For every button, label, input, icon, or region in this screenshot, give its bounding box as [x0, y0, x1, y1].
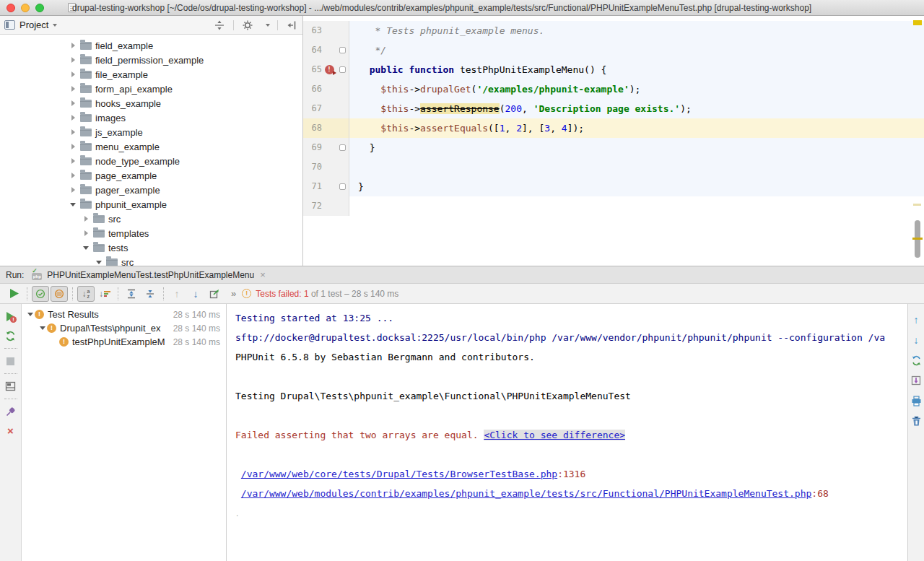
code-line-text[interactable]: $this->assertEquals([1, 2], [3, 4]); — [349, 118, 924, 138]
next-occurrence-button[interactable]: ↓ — [909, 333, 923, 347]
project-panel-title[interactable]: Project — [19, 19, 48, 30]
print-icon[interactable] — [909, 393, 923, 408]
chevron-down-icon[interactable] — [38, 326, 47, 330]
editor-line-68[interactable]: 68 $this->assertEquals([1, 2], [3, 4]); — [303, 118, 924, 138]
chevron-down-icon[interactable] — [82, 246, 90, 250]
test-console-output[interactable]: Testing started at 13:25 ...sftp://docke… — [227, 304, 907, 561]
tree-item-page_example[interactable]: page_example — [0, 168, 302, 183]
chevron-down-icon[interactable] — [266, 24, 270, 27]
chevron-down-icon[interactable] — [53, 24, 57, 27]
tree-item-file_example[interactable]: file_example — [0, 67, 302, 82]
tree-item-tests[interactable]: tests — [0, 240, 302, 255]
chevron-right-icon[interactable] — [82, 216, 90, 222]
chevron-right-icon[interactable] — [69, 71, 77, 77]
scroll-from-source-icon[interactable] — [213, 19, 226, 32]
code-line-text[interactable]: } — [349, 177, 924, 196]
code-fold-icon[interactable] — [339, 144, 346, 151]
restore-layout-button[interactable] — [4, 379, 18, 393]
tree-item-pager_example[interactable]: pager_example — [0, 183, 302, 197]
tree-item-field_example[interactable]: field_example — [0, 38, 302, 53]
sort-alphabetically-toggle[interactable]: ↓az — [77, 286, 95, 302]
hide-panel-icon[interactable] — [285, 19, 298, 32]
chevron-right-icon[interactable] — [69, 187, 77, 193]
code-fold-icon[interactable] — [339, 183, 346, 190]
chevron-right-icon[interactable] — [69, 129, 77, 135]
code-line-text[interactable]: $this->drupalGet('/examples/phpunit-exam… — [349, 79, 924, 99]
next-failed-test-button[interactable]: ↓ — [187, 286, 204, 302]
zoom-window-button[interactable] — [35, 4, 44, 12]
error-stripe-file-status-mark[interactable] — [913, 20, 922, 25]
error-stripe-warning-mark[interactable] — [913, 204, 921, 206]
show-passed-toggle[interactable] — [32, 286, 49, 302]
stop-button[interactable] — [4, 354, 18, 368]
previous-failed-test-button[interactable]: ↑ — [168, 286, 186, 302]
tree-item-templates[interactable]: templates — [0, 226, 302, 240]
editor-line-66[interactable]: 66 $this->drupalGet('/examples/phpunit-e… — [303, 79, 924, 99]
console-link[interactable]: <Click to see difference> — [484, 430, 625, 440]
pin-tab-button[interactable] — [4, 404, 18, 419]
close-window-button[interactable] — [6, 4, 15, 12]
chevron-down-icon[interactable] — [26, 313, 35, 316]
show-ignored-toggle[interactable] — [51, 286, 68, 302]
minimize-window-button[interactable] — [21, 4, 30, 12]
editor-line-65[interactable]: 65! public function testPhpUnitExampleMe… — [303, 60, 924, 79]
editor-line-67[interactable]: 67 $this->assertResponse(200, 'Descripti… — [303, 99, 924, 118]
sort-by-duration-button[interactable]: ↓ — [96, 286, 113, 302]
tree-item-images[interactable]: images — [0, 110, 302, 125]
chevron-right-icon[interactable] — [69, 100, 77, 106]
tree-item-node_type_example[interactable]: node_type_example — [0, 154, 302, 168]
console-link[interactable]: /var/www/web/modules/contrib/examples/ph… — [241, 488, 812, 499]
code-line-text[interactable] — [349, 196, 924, 216]
rerun-failed-tests-button[interactable]: ! — [4, 310, 18, 324]
chevron-right-icon[interactable] — [82, 230, 90, 236]
gear-icon[interactable] — [241, 19, 254, 32]
editor-line-70[interactable]: 70 — [303, 157, 924, 177]
collapse-all-button[interactable] — [141, 286, 159, 302]
track-running-test-button[interactable] — [909, 353, 923, 368]
editor-line-64[interactable]: 64 */ — [303, 40, 924, 60]
tree-item-hooks_example[interactable]: hooks_example — [0, 96, 302, 110]
toggle-auto-test-button[interactable] — [4, 329, 18, 343]
failed-test-run-icon[interactable]: ! — [325, 65, 334, 74]
code-fold-icon[interactable] — [339, 47, 346, 53]
tree-item-field_permission_example[interactable]: field_permission_example — [0, 53, 302, 67]
tree-item-menu_example[interactable]: menu_example — [0, 139, 302, 154]
code-editor[interactable]: 63 * Tests phpunit_example menus.64 */65… — [303, 16, 924, 266]
chevron-right-icon[interactable] — [69, 144, 77, 149]
run-configuration-tab[interactable]: ✓ php PHPUnitExampleMenuTest.testPhpUnit… — [24, 266, 272, 284]
test-tree-item[interactable]: !testPhpUnitExampleM28 s 140 ms — [22, 335, 226, 349]
chevron-right-icon[interactable] — [69, 86, 77, 92]
code-line-text[interactable]: * Tests phpunit_example menus. — [349, 21, 924, 40]
scroll-to-end-button[interactable] — [909, 373, 923, 388]
tree-item-js_example[interactable]: js_example — [0, 125, 302, 139]
chevron-down-icon[interactable] — [95, 261, 103, 264]
run-tab-title[interactable]: PHPUnitExampleMenuTest.testPhpUnitExampl… — [47, 270, 254, 280]
error-stripe-warning-mark[interactable] — [912, 238, 923, 240]
code-line-text[interactable]: */ — [349, 40, 924, 60]
export-test-results-button[interactable] — [206, 286, 223, 302]
tree-item-form_api_example[interactable]: form_api_example — [0, 82, 302, 96]
test-tree-item[interactable]: !Test Results28 s 140 ms — [22, 308, 226, 321]
chevron-down-icon[interactable] — [69, 203, 77, 206]
close-panel-button[interactable]: × — [4, 423, 18, 438]
code-line-text[interactable]: } — [349, 138, 924, 157]
chevron-right-icon[interactable] — [69, 43, 77, 48]
expand-all-button[interactable] — [123, 286, 140, 302]
code-line-text[interactable]: public function testPhpUnitExampleMenu()… — [349, 60, 924, 79]
tree-item-src[interactable]: src — [0, 212, 302, 226]
code-line-text[interactable] — [349, 157, 924, 177]
close-icon[interactable]: × — [260, 269, 266, 280]
previous-occurrence-button[interactable]: ↑ — [909, 313, 923, 327]
editor-line-71[interactable]: 71} — [303, 177, 924, 196]
chevron-right-icon[interactable] — [69, 57, 77, 63]
chevron-right-icon[interactable] — [69, 158, 77, 164]
editor-line-69[interactable]: 69 } — [303, 138, 924, 157]
editor-line-63[interactable]: 63 * Tests phpunit_example menus. — [303, 21, 924, 40]
chevron-right-icon[interactable] — [69, 173, 77, 178]
chevron-right-icon[interactable] — [69, 115, 77, 121]
tree-item-phpunit_example[interactable]: phpunit_example — [0, 197, 302, 212]
code-line-text[interactable]: $this->assertResponse(200, 'Description … — [349, 99, 924, 118]
clear-all-icon[interactable] — [909, 414, 923, 428]
rerun-button[interactable] — [5, 286, 22, 302]
toolbar-overflow-chevrons[interactable]: » — [231, 288, 236, 299]
